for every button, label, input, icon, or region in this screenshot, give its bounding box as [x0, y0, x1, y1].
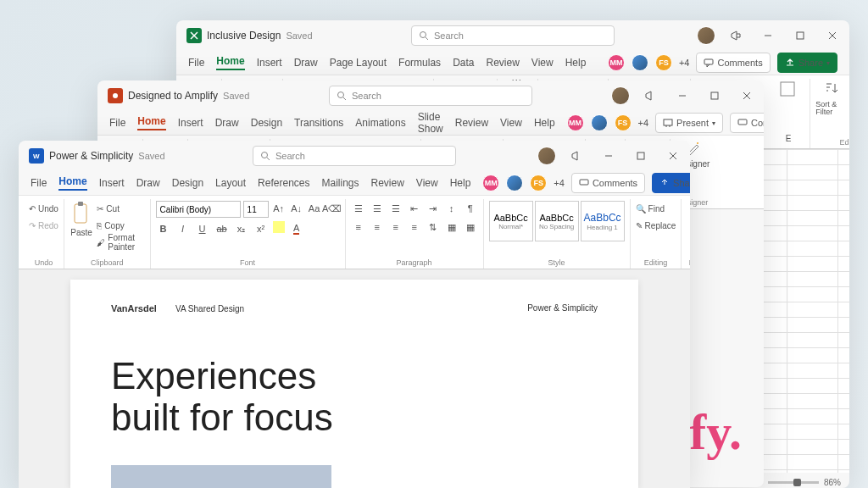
- tab-draw[interactable]: Draw: [294, 57, 318, 69]
- maximize-button[interactable]: [629, 144, 653, 168]
- italic[interactable]: I: [175, 221, 191, 236]
- close-button[interactable]: [661, 144, 685, 168]
- user-avatar[interactable]: [697, 26, 715, 45]
- style-heading1[interactable]: AaBbCcHeading 1: [581, 201, 625, 241]
- clear-format[interactable]: A⌫: [325, 201, 340, 216]
- search-input[interactable]: Search: [329, 86, 532, 106]
- numbering[interactable]: ☰: [370, 201, 385, 216]
- zoom-slider[interactable]: [768, 481, 819, 484]
- subscript[interactable]: x₂: [234, 221, 249, 236]
- tab-review[interactable]: Review: [371, 177, 404, 189]
- column-header-e[interactable]: E: [763, 134, 814, 143]
- tab-design[interactable]: Design: [251, 117, 282, 129]
- sort-filter[interactable]: Sort & Filter: [815, 80, 849, 116]
- tab-view[interactable]: View: [416, 177, 438, 189]
- tab-design[interactable]: Design: [172, 177, 203, 189]
- share-button[interactable]: Share▾: [652, 173, 690, 193]
- style-nospacing[interactable]: AaBbCcNo Spacing: [535, 201, 579, 241]
- collab-avatar-2[interactable]: [506, 175, 523, 191]
- tab-references[interactable]: References: [258, 177, 309, 189]
- tab-file[interactable]: File: [188, 57, 204, 69]
- collab-avatar-fs[interactable]: FS: [655, 54, 672, 71]
- tab-home[interactable]: Home: [137, 115, 165, 130]
- tab-draw[interactable]: Draw: [215, 117, 239, 129]
- align-right[interactable]: ≡: [388, 219, 403, 235]
- collab-avatar-2[interactable]: [591, 114, 608, 131]
- inc-indent[interactable]: ⇥: [426, 201, 441, 216]
- collab-avatar-fs[interactable]: FS: [615, 114, 632, 131]
- tab-home[interactable]: Home: [58, 175, 86, 191]
- copy-button[interactable]: ⎘ Copy: [97, 218, 144, 233]
- present-button[interactable]: Present▾: [655, 113, 723, 133]
- undo-button[interactable]: ↶ Undo: [29, 201, 58, 216]
- bold[interactable]: B: [156, 221, 171, 236]
- dictate-button[interactable]: Dictate: [687, 201, 690, 232]
- tab-file[interactable]: File: [31, 177, 47, 189]
- user-avatar[interactable]: [611, 86, 630, 105]
- tab-review[interactable]: Review: [486, 57, 519, 69]
- share-button[interactable]: Share▾: [777, 53, 837, 73]
- tab-pagelayout[interactable]: Page Layout: [330, 57, 387, 69]
- tab-animations[interactable]: Animations: [355, 117, 405, 129]
- replace-button[interactable]: ✎ Replace: [636, 218, 676, 233]
- collab-avatar-mm[interactable]: MM: [608, 54, 625, 71]
- tab-transitions[interactable]: Transitions: [294, 117, 343, 129]
- close-button[interactable]: [821, 24, 844, 47]
- maximize-button[interactable]: [788, 24, 812, 47]
- tab-view[interactable]: View: [500, 117, 522, 129]
- search-input[interactable]: Search: [411, 25, 615, 46]
- tab-layout[interactable]: Layout: [215, 177, 246, 189]
- highlight[interactable]: [273, 221, 285, 233]
- font-combo[interactable]: Calibri (Body): [156, 201, 241, 218]
- tab-help[interactable]: Help: [450, 177, 471, 189]
- collab-more[interactable]: +4: [554, 178, 565, 188]
- change-case[interactable]: Aa: [307, 201, 322, 216]
- tab-mailings[interactable]: Mailings: [321, 177, 359, 189]
- bullets[interactable]: ☰: [351, 201, 366, 216]
- tab-data[interactable]: Data: [453, 57, 474, 69]
- tab-help[interactable]: Help: [534, 117, 555, 129]
- tab-insert[interactable]: Insert: [99, 177, 125, 189]
- strike[interactable]: ab: [214, 221, 230, 236]
- tab-formulas[interactable]: Formulas: [398, 57, 441, 69]
- close-button[interactable]: [735, 84, 759, 108]
- minimize-button[interactable]: [670, 84, 694, 108]
- tab-review[interactable]: Review: [455, 117, 488, 129]
- collab-avatar-mm[interactable]: MM: [482, 175, 499, 191]
- font-color[interactable]: A: [289, 221, 304, 236]
- sort[interactable]: ↕: [444, 201, 459, 216]
- align-left[interactable]: ≡: [351, 219, 366, 235]
- comments-button[interactable]: Comments: [571, 173, 645, 193]
- word-document-area[interactable]: VanArsdel VA Shared Design Power & Simpl…: [19, 269, 690, 488]
- tab-slideshow[interactable]: Slide Show: [418, 111, 443, 135]
- comments-button[interactable]: Comments: [696, 53, 770, 73]
- megaphone-icon[interactable]: [565, 144, 588, 168]
- style-normal[interactable]: AaBbCcNormal*: [489, 201, 533, 241]
- size-combo[interactable]: 11: [243, 201, 269, 218]
- grow-font[interactable]: A↑: [271, 201, 287, 216]
- paste-button[interactable]: Paste: [70, 201, 93, 237]
- user-avatar[interactable]: [537, 147, 556, 165]
- comments-button[interactable]: Comments: [730, 113, 764, 133]
- collab-avatar-mm[interactable]: MM: [567, 114, 584, 131]
- tab-view[interactable]: View: [531, 57, 554, 69]
- justify[interactable]: ≡: [407, 219, 422, 235]
- superscript[interactable]: x²: [253, 221, 269, 236]
- tab-home[interactable]: Home: [216, 55, 244, 70]
- megaphone-icon[interactable]: [724, 24, 748, 47]
- align-center[interactable]: ≡: [370, 219, 385, 235]
- find-button[interactable]: 🔍 Find: [636, 201, 676, 216]
- tab-help[interactable]: Help: [565, 57, 587, 69]
- tab-file[interactable]: File: [109, 117, 125, 129]
- tab-insert[interactable]: Insert: [178, 117, 203, 129]
- redo-button[interactable]: ↷ Redo: [29, 218, 58, 233]
- collab-avatar-fs[interactable]: FS: [530, 175, 547, 191]
- megaphone-icon[interactable]: [638, 84, 662, 108]
- search-input[interactable]: Search: [253, 146, 456, 166]
- collab-more[interactable]: +4: [679, 58, 690, 68]
- collab-more[interactable]: +4: [638, 118, 649, 128]
- cut-button[interactable]: ✂ Cut: [97, 201, 144, 216]
- minimize-button[interactable]: [597, 144, 620, 168]
- underline[interactable]: U: [195, 221, 210, 236]
- shading[interactable]: ▦: [444, 219, 459, 235]
